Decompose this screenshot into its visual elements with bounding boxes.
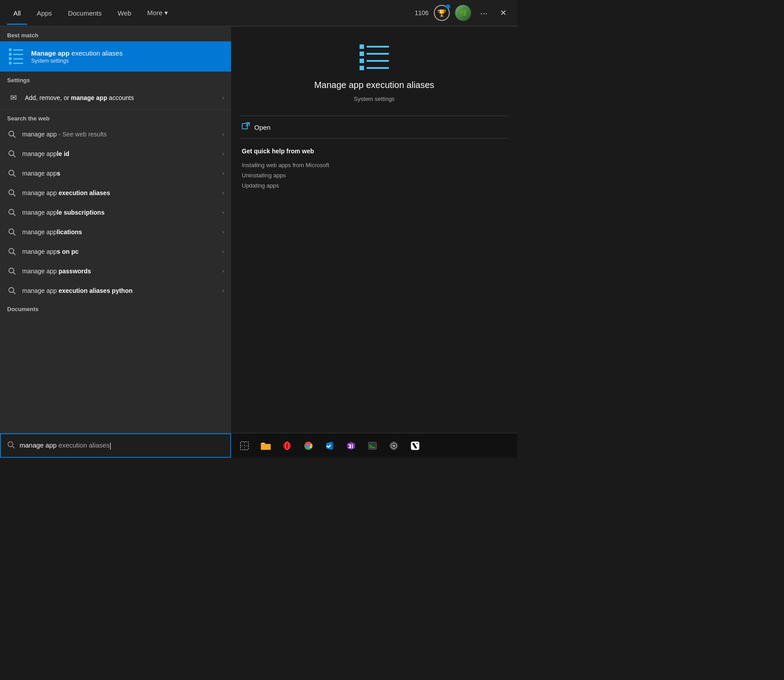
svg-line-11 [13, 233, 16, 236]
settings-label-bold: manage app [71, 94, 108, 101]
right-subtitle: System settings [354, 96, 395, 102]
quick-help-item-2[interactable]: Uninstalling apps [242, 170, 507, 180]
terminal-icon[interactable] [363, 436, 382, 456]
open-button[interactable]: Open [231, 116, 517, 138]
close-button[interactable]: ✕ [496, 6, 510, 20]
search-web-header: Search the web [0, 110, 231, 124]
list-item[interactable]: manage apple subscriptions › [0, 203, 231, 222]
web-item-text: manage app execution aliases python [22, 287, 217, 294]
taskbar [231, 433, 517, 458]
svg-line-3 [13, 155, 16, 157]
notion-icon[interactable] [405, 436, 425, 456]
tab-web[interactable]: Web [112, 7, 138, 20]
search-icon [7, 188, 17, 198]
search-icon [7, 266, 17, 276]
tab-apps[interactable]: Apps [31, 7, 58, 20]
svg-line-13 [13, 253, 16, 255]
search-query-normal: manage app [20, 441, 59, 449]
search-icon [7, 208, 17, 217]
top-nav: All Apps Documents Web More ▾ 1106 🏆 🌿 ·… [0, 0, 517, 27]
quick-help-section: Get quick help from web Installing web a… [231, 139, 517, 200]
avatar[interactable]: 🌿 [455, 5, 471, 21]
tab-more[interactable]: More ▾ [141, 6, 174, 20]
web-item-text: manage app - See web results [22, 131, 217, 138]
bottom-bar: manage app execution aliases [0, 433, 517, 458]
chevron-right-icon: › [222, 288, 224, 294]
search-icon [7, 227, 17, 237]
search-input[interactable]: manage app execution aliases [20, 441, 224, 449]
search-icon [7, 149, 17, 159]
list-icon [9, 48, 23, 64]
visual-studio-icon[interactable] [341, 436, 361, 456]
settings-label-end: accounts [107, 94, 134, 101]
chevron-right-icon: › [222, 248, 224, 255]
search-icon [7, 286, 17, 296]
chevron-right-icon: › [222, 95, 224, 101]
list-item[interactable]: manage apple id › [0, 144, 231, 164]
list-item[interactable]: manage app execution aliases python › [0, 281, 231, 300]
chevron-right-icon: › [222, 151, 224, 157]
svg-rect-25 [261, 444, 271, 450]
main-content: Best match Manage app execution aliases … [0, 27, 517, 433]
web-item-text: manage app execution aliases [22, 189, 217, 196]
chevron-right-icon: › [222, 131, 224, 137]
chevron-right-icon: › [222, 209, 224, 216]
settings-item-text: Add, remove, or manage app accounts [25, 94, 217, 101]
notification-badge [446, 4, 450, 9]
svg-line-7 [13, 194, 16, 196]
avatar-image: 🌿 [455, 5, 471, 21]
svg-point-26 [283, 442, 291, 450]
file-explorer-icon[interactable] [256, 436, 276, 456]
left-panel: Best match Manage app execution aliases … [0, 27, 231, 433]
best-match-icon [7, 48, 25, 65]
best-match-title: Manage app execution aliases [31, 49, 224, 57]
list-item[interactable]: manage app execution aliases › [0, 183, 231, 203]
best-match-text: Manage app execution aliases System sett… [31, 49, 224, 64]
nav-right: 1106 🏆 🌿 ··· ✕ [415, 5, 510, 21]
search-icon [7, 168, 17, 178]
chevron-right-icon: › [222, 170, 224, 176]
settings-header: Settings [0, 72, 231, 86]
list-item[interactable]: manage apps on pc › [0, 242, 231, 261]
quick-help-item-1[interactable]: Installing web apps from Microsoft [242, 160, 507, 170]
web-item-text: manage apps [22, 170, 217, 177]
quick-help-title: Get quick help from web [242, 148, 507, 155]
svg-line-9 [13, 214, 16, 216]
achievement-icon[interactable]: 🏆 [434, 5, 450, 21]
search-bar[interactable]: manage app execution aliases [0, 433, 231, 458]
search-query-bold: execution aliases [59, 441, 110, 449]
unity-icon[interactable] [384, 436, 404, 456]
svg-point-30 [307, 444, 310, 447]
settings-item-manage-app-accounts[interactable]: ✉ Add, remove, or manage app accounts › [0, 86, 231, 110]
quick-help-item-3[interactable]: Updating apps [242, 180, 507, 191]
svg-rect-18 [242, 124, 248, 129]
list-item[interactable]: manage applications › [0, 222, 231, 242]
text-cursor [110, 443, 111, 450]
svg-line-17 [13, 292, 16, 294]
open-icon [242, 122, 250, 132]
open-label: Open [254, 124, 271, 131]
best-match-subtitle: System settings [31, 58, 224, 64]
best-match-title-rest: execution aliases [70, 49, 123, 57]
best-match-item[interactable]: Manage app execution aliases System sett… [0, 41, 231, 72]
opera-icon[interactable] [277, 436, 297, 456]
svg-rect-31 [368, 442, 376, 449]
best-match-header: Best match [0, 27, 231, 41]
settings-label-normal: Add, remove, or [25, 94, 71, 101]
snip-tool-icon[interactable] [235, 436, 254, 456]
web-item-text: manage apps on pc [22, 248, 217, 255]
tab-documents[interactable]: Documents [62, 7, 108, 20]
tab-all[interactable]: All [7, 7, 27, 20]
web-item-text: manage applications [22, 228, 217, 236]
envelope-icon: ✉ [7, 92, 20, 104]
list-item[interactable]: manage app - See web results › [0, 124, 231, 144]
right-panel: Manage app execution aliases System sett… [231, 27, 517, 433]
list-item[interactable]: manage app passwords › [0, 261, 231, 281]
vscode-icon[interactable] [320, 436, 340, 456]
nav-number: 1106 [415, 9, 428, 16]
svg-line-5 [13, 175, 16, 177]
list-item[interactable]: manage apps › [0, 164, 231, 183]
chrome-icon[interactable] [299, 436, 318, 456]
svg-line-21 [12, 446, 15, 448]
more-options-button[interactable]: ··· [476, 6, 491, 20]
